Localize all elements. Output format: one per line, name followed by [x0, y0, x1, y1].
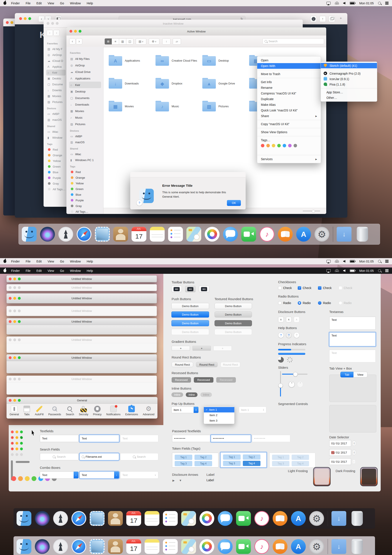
spotlight-search-icon[interactable] [378, 260, 381, 263]
preferences-toolbar-item[interactable]: Extensions [124, 405, 139, 417]
tabs-button[interactable] [329, 16, 335, 22]
sidebar-tag-item[interactable]: Red [69, 169, 101, 175]
token-field-disabled[interactable]: Tag 1 Tag 2 Tag 3 Tag 4 [269, 453, 315, 467]
folder-item[interactable]: AApplications [109, 49, 155, 72]
sidebar-item[interactable]: AApplica [46, 64, 66, 70]
round-rect-button-disabled[interactable]: Round Rect [221, 362, 240, 367]
dock-icon-ibooks[interactable] [273, 539, 288, 554]
submenu-item-sketch[interactable]: Sketch (default) (41) [321, 63, 377, 68]
sidebar-item[interactable]: ◎AirDrop [69, 62, 101, 69]
menu-bar-item[interactable]: Finder [11, 1, 20, 5]
inactive-traffic-lights[interactable] [47, 22, 59, 25]
volume-icon[interactable] [343, 2, 345, 5]
dock-icon-ibooks[interactable] [278, 227, 293, 241]
vertical-slider[interactable] [280, 371, 281, 397]
spotlight-search-icon[interactable] [378, 269, 381, 272]
menu-item-move-to-trash[interactable]: Move to Trash [257, 71, 321, 77]
sample-window-inactive-body[interactable]: Untitled Window [7, 336, 157, 353]
dock-icon-reminders[interactable] [163, 539, 178, 554]
checkbox-mixed[interactable]: −Check [318, 286, 332, 290]
dock-icon-notes[interactable] [150, 227, 165, 241]
menu-item-copy[interactable]: Copy “macOS UI Kit” [257, 121, 321, 127]
help-button[interactable]: ? [136, 200, 142, 206]
round-rect-button-pressed[interactable]: Round Rect [196, 362, 218, 367]
dock-icon-contacts[interactable] [108, 511, 123, 526]
combo-box[interactable]: Text∨ [40, 471, 79, 479]
apple-menu-icon[interactable] [3, 1, 6, 5]
sidebar-tag-item[interactable]: All Tags… [46, 186, 66, 192]
inline-button[interactable]: Inline [171, 392, 183, 397]
menu-bar-item[interactable]: Help [87, 260, 93, 263]
disclosure-arrow-collapsed[interactable]: ▶ [172, 479, 175, 482]
column-view-icon[interactable]: ▥ [119, 38, 126, 44]
menu-item-compress[interactable]: Compress “macOS UI Kit” [257, 91, 321, 96]
date-stepper[interactable]: ▲▼ [352, 450, 356, 455]
disclosure-button-disabled[interactable]: ∧ [294, 317, 299, 322]
preferences-toolbar-item[interactable]: Passwords [47, 405, 62, 417]
apple-menu-icon[interactable] [3, 260, 6, 263]
dock-icon-maps[interactable] [186, 227, 201, 241]
sidebar-tag-item[interactable]: Gray [69, 203, 101, 209]
sidebar-item[interactable]: ▢Documents [69, 95, 101, 101]
folder-item[interactable]: ↓Downloads [109, 72, 155, 95]
wifi-icon[interactable] [335, 269, 339, 272]
dock-icon-safari[interactable] [71, 511, 86, 526]
sidebar-item[interactable]: ▢Docume [46, 81, 66, 87]
folder-item[interactable]: ∞Creative Cloud Files [155, 49, 202, 72]
sidebar-tag-item[interactable]: Orange [46, 152, 66, 158]
menu-item-share[interactable]: Share▶ [257, 113, 321, 119]
submenu-item-cinemagraph[interactable]: Cinemagraph Pro (2.0) [321, 71, 377, 76]
sidebar-tag-item[interactable]: Orange [69, 175, 101, 180]
dock-icon-finder[interactable] [16, 539, 31, 554]
password-field-disabled[interactable]: •••••••• [252, 435, 290, 442]
menu-bar-item[interactable]: Go [60, 1, 64, 5]
dock-icon-finder[interactable] [16, 511, 31, 526]
dock-icon-siri[interactable] [40, 227, 55, 241]
dock-icon-itunes[interactable] [259, 227, 274, 241]
menu-bar-item[interactable]: Window [70, 1, 81, 5]
sidebar-item[interactable]: ▨Pictures [46, 99, 66, 105]
sidebar-tag-item[interactable]: Red [46, 147, 66, 152]
dock-icon-maps[interactable] [181, 539, 196, 554]
textured-button[interactable]: Demo Button [214, 303, 252, 309]
airplay-icon[interactable] [326, 269, 331, 272]
sample-window-active-tall[interactable]: Untitled Window [7, 293, 157, 303]
dock-icon-photos[interactable] [205, 227, 220, 241]
tab-button-selected[interactable]: Tab [340, 372, 354, 377]
menu-bar-item[interactable]: Go [60, 269, 64, 272]
horizontal-scrollbar[interactable] [16, 461, 30, 463]
preferences-toolbar-item[interactable]: Search [65, 405, 75, 417]
password-field-focused[interactable]: •••••••• [211, 435, 251, 442]
sidebar-item[interactable]: ▭rMBP [69, 133, 101, 139]
wifi-icon[interactable] [335, 2, 339, 5]
dock-icon-system-preferences[interactable] [314, 227, 329, 241]
menu-bar-item[interactable]: File [26, 260, 31, 263]
token-tag[interactable]: Tag 3 [223, 461, 241, 466]
tag-color-dot[interactable] [18, 476, 23, 481]
tag-color-dot[interactable] [277, 144, 281, 147]
radio-mixed[interactable]: −Radio [318, 301, 331, 305]
notification-center-icon[interactable] [385, 269, 389, 270]
submenu-item-pixa[interactable]: Pixa (1.1.8) [321, 82, 377, 87]
menu-item-show-view-options[interactable]: Show View Options [257, 129, 321, 135]
wifi-icon[interactable] [335, 260, 339, 263]
tag-color-dot[interactable] [283, 144, 286, 147]
sample-window-inactive-body-2[interactable]: Untitled Window [7, 376, 157, 394]
dock-icon-messages[interactable] [223, 227, 238, 241]
menu-item-services[interactable]: Services▶ [257, 156, 321, 162]
token-tag[interactable]: Tag 2 [194, 455, 212, 460]
date-field-selected[interactable]: 01/ 01/ 2017 [329, 449, 351, 456]
dock-icon-safari[interactable] [77, 227, 91, 241]
dock-icon-mail[interactable] [90, 539, 104, 554]
dock-icon-reminders[interactable] [163, 511, 178, 526]
sidebar-item[interactable]: ▤All My Files [69, 56, 101, 62]
dock-icon-downloads[interactable] [332, 511, 346, 526]
dock-icon-messages[interactable] [218, 511, 233, 526]
help-button[interactable]: ? [278, 332, 284, 338]
dock-icon-trash[interactable] [351, 511, 363, 526]
date-stepper[interactable]: ▲▼ [352, 441, 356, 446]
date-field[interactable]: 01/ 01/ 2017 [329, 440, 351, 447]
dock-icon-photos[interactable] [200, 511, 214, 526]
sidebar-tag-item[interactable]: Yellow [46, 158, 66, 164]
menu-bar-item[interactable]: Edit [36, 1, 42, 5]
